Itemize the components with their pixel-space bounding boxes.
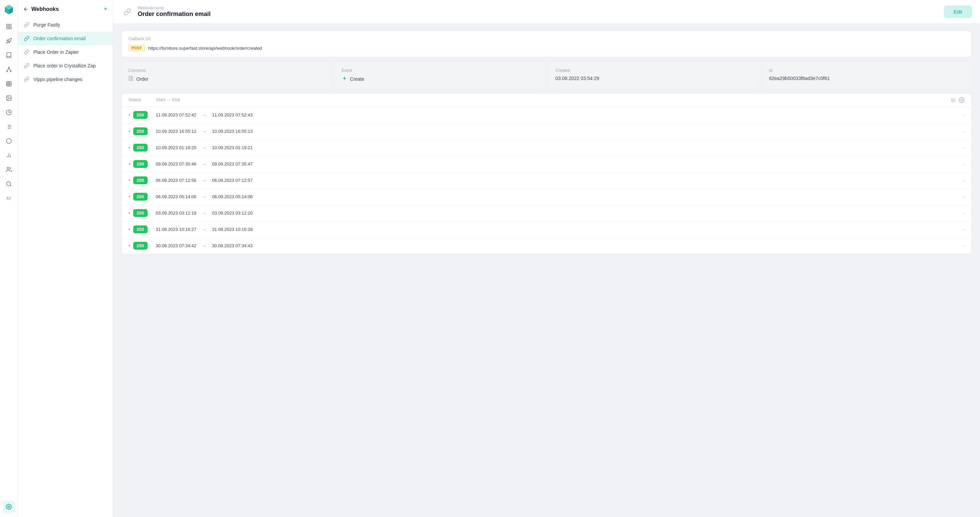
icon-bar: AX bbox=[0, 0, 18, 517]
dates-cell-6: 03.09.2023 03:12:19 → 03.09.2023 03:12:2… bbox=[156, 211, 951, 216]
event-plus-icon bbox=[342, 76, 347, 82]
search-icon[interactable] bbox=[3, 178, 15, 190]
table-settings-icon[interactable] bbox=[959, 97, 965, 103]
status-cell-4: ▾ 200 bbox=[129, 176, 156, 184]
book-icon[interactable] bbox=[3, 49, 15, 61]
table-row[interactable]: ▾ 200 10.09.2023 01:19:20 → 10.09.2023 0… bbox=[122, 140, 972, 156]
svg-point-28 bbox=[8, 506, 10, 508]
end-date-0: 11.09.2023 07:52:43 bbox=[212, 113, 253, 117]
id-cell-0: - bbox=[951, 113, 965, 117]
dates-cell-1: 10.09.2023 16:55:12 → 10.09.2023 16:55:1… bbox=[156, 129, 951, 134]
end-date-3: 09.09.2023 07:35:47 bbox=[212, 162, 253, 167]
sidebar-item-order-confirmation-email[interactable]: Order confirmation email bbox=[18, 32, 113, 45]
table-row[interactable]: ▾ 200 03.09.2023 03:12:19 → 03.09.2023 0… bbox=[122, 205, 972, 221]
nodes-icon[interactable] bbox=[3, 63, 15, 76]
sidebar-item-place-order-crystallize-zap[interactable]: Place order in Crystallize Zap bbox=[18, 59, 113, 73]
callback-url-label: Callback Url bbox=[129, 36, 965, 41]
sidebar-item-purge-fastly[interactable]: Purge Fastly bbox=[18, 18, 113, 32]
row-chevron-1[interactable]: ▾ bbox=[129, 129, 130, 133]
status-cell-3: ▾ 200 bbox=[129, 160, 156, 168]
table-row[interactable]: ▾ 200 06.09.2023 05:14:06 → 06.09.2023 0… bbox=[122, 189, 972, 205]
end-date-6: 03.09.2023 03:12:20 bbox=[212, 211, 253, 216]
chart-icon[interactable] bbox=[3, 149, 15, 162]
id-cell-6: - bbox=[951, 211, 965, 216]
end-date-2: 10.09.2023 01:19:21 bbox=[212, 145, 253, 150]
status-badge-5: 200 bbox=[133, 193, 148, 201]
table-row[interactable]: ▾ 200 10.09.2023 16:55:12 → 10.09.2023 1… bbox=[122, 123, 972, 140]
users-icon[interactable] bbox=[3, 163, 15, 176]
back-button[interactable] bbox=[23, 6, 29, 12]
dates-cell-2: 10.09.2023 01:19:20 → 10.09.2023 01:19:2… bbox=[156, 145, 951, 151]
end-date-4: 06.09.2023 07:12:57 bbox=[212, 178, 253, 183]
webhook-name-value: Order confirmation email bbox=[138, 11, 211, 18]
col-start-end: Start → End bbox=[156, 97, 951, 103]
id-cell-4: - bbox=[951, 178, 965, 183]
callback-url-card: Callback Url POST https://furniture.supe… bbox=[121, 31, 972, 57]
sidebar-item-place-order-in-zapier[interactable]: Place Order in Zapier bbox=[18, 45, 113, 59]
sidebar-icon-purge-fastly bbox=[23, 21, 30, 28]
id-cell-2: - bbox=[951, 145, 965, 150]
svg-point-4 bbox=[8, 67, 9, 68]
id-cell-7: - bbox=[951, 227, 965, 232]
svg-line-7 bbox=[7, 68, 8, 71]
box-icon[interactable] bbox=[3, 135, 15, 147]
row-chevron-7[interactable]: ▾ bbox=[129, 227, 130, 232]
status-cell-1: ▾ 200 bbox=[129, 127, 156, 135]
start-date-8: 30.08.2023 07:34:42 bbox=[156, 243, 196, 248]
row-chevron-2[interactable]: ▾ bbox=[129, 146, 130, 150]
arrow-icon-2: → bbox=[202, 145, 207, 151]
list-icon[interactable] bbox=[3, 121, 15, 133]
sidebar-icon-place-order-in-zapier bbox=[23, 49, 30, 56]
svg-rect-0 bbox=[6, 24, 8, 26]
info-card-3: Id 62ea29b50033f6ad3e7c0f61 bbox=[762, 63, 972, 88]
arrow-icon-3: → bbox=[202, 162, 207, 167]
svg-rect-1 bbox=[9, 24, 11, 26]
arrow-icon-7: → bbox=[202, 227, 207, 232]
dates-cell-5: 06.09.2023 05:14:06 → 06.09.2023 05:14:0… bbox=[156, 194, 951, 200]
webhook-header-left: Webhook name Order confirmation email bbox=[121, 6, 211, 18]
info-card-2: Created 03.08.2022 03:54:29 bbox=[549, 63, 758, 88]
table-row[interactable]: ▾ 200 06.09.2023 07:12:56 → 06.09.2023 0… bbox=[122, 172, 972, 189]
ai-icon[interactable]: AX bbox=[3, 192, 15, 205]
row-chevron-8[interactable]: ▾ bbox=[129, 244, 130, 248]
row-chevron-6[interactable]: ▾ bbox=[129, 211, 130, 215]
arrow-icon-8: → bbox=[202, 243, 207, 249]
sidebar-header-left: Webhooks bbox=[23, 6, 59, 12]
table-row[interactable]: ▾ 200 30.08.2023 07:34:42 → 30.08.2023 0… bbox=[122, 238, 972, 254]
info-card-1: Event Create bbox=[335, 63, 544, 88]
sidebar-header: Webhooks + bbox=[18, 5, 113, 18]
add-webhook-button[interactable]: + bbox=[103, 5, 107, 13]
settings-nav-icon[interactable] bbox=[3, 501, 15, 513]
sidebar-item-vipps-pipeline-changes[interactable]: Vipps pipeline changes bbox=[18, 73, 113, 86]
concerns-icon bbox=[128, 76, 134, 82]
row-chevron-5[interactable]: ▾ bbox=[129, 195, 130, 199]
status-badge-7: 200 bbox=[133, 225, 148, 233]
id-cell-5: - bbox=[951, 194, 965, 199]
table-row[interactable]: ▾ 200 09.09.2023 07:35:46 → 09.09.2023 0… bbox=[122, 156, 972, 172]
sidebar-label-place-order-crystallize-zap: Place order in Crystallize Zap bbox=[33, 63, 96, 68]
status-badge-1: 200 bbox=[133, 127, 148, 135]
rocket-icon[interactable] bbox=[3, 35, 15, 47]
row-chevron-3[interactable]: ▾ bbox=[129, 162, 130, 166]
status-badge-4: 200 bbox=[133, 176, 148, 184]
col-id: ID bbox=[951, 98, 956, 103]
table-row[interactable]: ▾ 200 31.08.2023 10:16:27 → 31.08.2023 1… bbox=[122, 221, 972, 238]
analytics-icon[interactable] bbox=[3, 106, 15, 119]
start-date-5: 06.09.2023 05:14:06 bbox=[156, 194, 196, 199]
svg-point-15 bbox=[8, 97, 8, 97]
row-chevron-0[interactable]: ▾ bbox=[129, 113, 130, 117]
dashboard-icon[interactable] bbox=[3, 21, 15, 33]
post-badge: POST bbox=[129, 44, 145, 51]
table-row[interactable]: ▾ 200 11.09.2023 07:52:42 → 11.09.2023 0… bbox=[122, 107, 972, 123]
grid-icon[interactable] bbox=[3, 78, 15, 90]
id-cell-3: - bbox=[951, 162, 965, 167]
edit-button[interactable]: Edit bbox=[944, 5, 972, 18]
arrow-icon-6: → bbox=[202, 211, 207, 216]
image-icon[interactable] bbox=[3, 92, 15, 104]
start-date-4: 06.09.2023 07:12:56 bbox=[156, 178, 196, 183]
arrow-icon-1: → bbox=[202, 129, 207, 134]
info-card-label-0: Concerns bbox=[128, 68, 324, 73]
row-chevron-4[interactable]: ▾ bbox=[129, 178, 130, 182]
arrow-icon-4: → bbox=[202, 178, 207, 183]
info-card-label-3: Id bbox=[769, 68, 965, 73]
